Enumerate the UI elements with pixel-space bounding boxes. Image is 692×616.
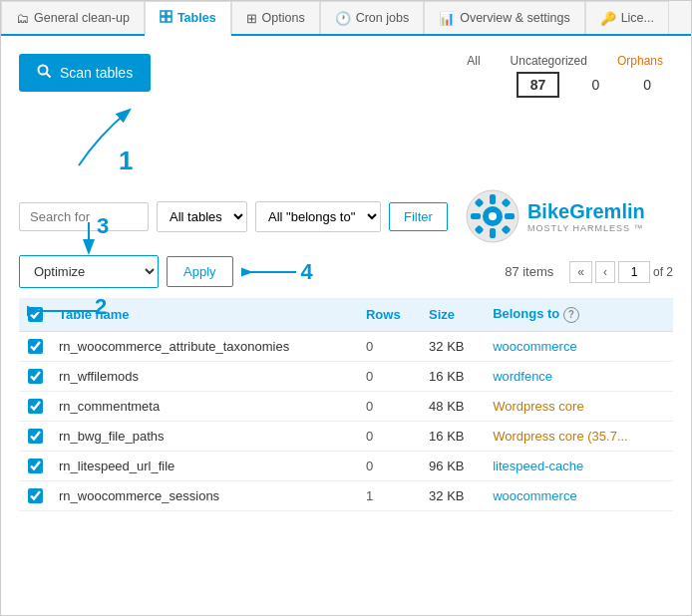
table-row: rn_woocommerce_sessions 1 32 KB woocomme… [19,480,673,510]
row-rows: 0 [358,361,421,391]
top-row: Scan tables 1 All Unca [19,54,673,175]
svg-rect-1 [167,11,172,16]
row-belongs-to: wordfence [485,361,673,391]
row-size: 16 KB [421,361,485,391]
table-row: rn_woocommerce_attribute_taxonomies 0 32… [19,331,673,361]
row-table-name: rn_woocommerce_attribute_taxonomies [51,331,358,361]
row-checkbox[interactable] [28,369,43,384]
tab-tables[interactable]: Tables [145,1,231,36]
items-count: 87 items [505,264,553,279]
row-table-name: rn_commentmeta [51,391,358,421]
row-rows: 0 [358,451,421,480]
optimize-select[interactable]: Optimize [19,255,159,288]
svg-rect-2 [161,17,166,22]
row-table-name: rn_bwg_file_paths [51,421,358,451]
search-icon [37,64,52,82]
svg-rect-3 [167,17,172,22]
filter-button[interactable]: Filter [389,202,448,231]
tab-bar: 🗂 General clean-up Tables ⊞ Options 🕐 Cr… [1,1,691,36]
arrow-4-svg [241,260,301,284]
svg-rect-0 [161,11,166,16]
row-checkbox-cell [19,421,51,451]
stats-box: All Uncategorized Orphans 87 0 0 [467,54,673,98]
cron-icon: 🕐 [335,11,351,26]
annotation-3-container: 3 Optimize [19,255,159,288]
license-icon: 🔑 [600,11,616,26]
svg-point-4 [39,66,48,75]
table-row: rn_bwg_file_paths 0 16 KB Wordpress core… [19,421,673,451]
options-icon: ⊞ [246,11,257,26]
row-belongs-to: woocommerce [485,331,673,361]
annotation-number-1: 1 [119,146,133,176]
row-belongs-to: litespeed-cache [485,451,673,480]
row-size: 48 KB [421,391,485,421]
table-row: rn_commentmeta 0 48 KB Wordpress core [19,391,673,421]
row-size: 16 KB [421,421,485,451]
tables-table: Table name Rows Size Belongs to ? rn_woo… [19,298,673,511]
row-table-name: rn_woocommerce_sessions [51,480,358,510]
annotation-number-2: 2 [95,294,107,320]
row-rows: 0 [358,331,421,361]
page-number-input[interactable] [618,261,650,283]
belongs-to-filter-select[interactable]: All "belongs to" [255,201,381,232]
annotation-number-4: 4 [301,259,313,285]
general-cleanup-icon: 🗂 [16,11,29,26]
belongs-to-info-icon[interactable]: ? [563,307,579,323]
action-row: 3 Optimize Apply 4 87 items « ‹ [19,255,673,288]
row-table-name: rn_litespeed_url_file [51,451,358,480]
tables-filter-select[interactable]: All tables [157,201,247,232]
bikegremlin-logo-icon [466,189,519,243]
scan-tables-button[interactable]: Scan tables [19,54,151,92]
row-table-name: rn_wffilemods [51,361,358,391]
tab-options[interactable]: ⊞ Options [231,1,320,34]
svg-line-5 [47,74,51,78]
row-belongs-to: Wordpress core (35.7... [485,421,673,451]
header-rows: Rows [358,298,421,331]
row-size: 32 KB [421,480,485,510]
tables-icon [160,10,173,26]
svg-point-8 [489,212,497,220]
row-checkbox[interactable] [28,459,43,473]
search-row: All tables All "belongs to" Filter [19,189,673,243]
row-checkbox[interactable] [28,339,43,354]
stats-labels: All Uncategorized Orphans [467,54,663,68]
header-belongs-to: Belongs to ? [485,298,673,331]
row-checkbox-cell [19,331,51,361]
row-belongs-to: woocommerce [485,480,673,510]
header-size: Size [421,298,485,331]
first-page-button[interactable]: « [569,261,592,283]
svg-rect-12 [505,213,515,219]
row-size: 96 KB [421,451,485,480]
tab-overview-settings[interactable]: 📊 Overview & settings [424,1,584,34]
table-row: rn_wffilemods 0 16 KB wordfence [19,361,673,391]
annotation-1-area: 1 [19,96,178,175]
tab-cron-jobs[interactable]: 🕐 Cron jobs [320,1,425,34]
pagination: « ‹ of 2 [569,261,673,283]
row-checkbox[interactable] [28,399,43,414]
stats-values: 87 0 0 [517,72,663,98]
row-belongs-to: Wordpress core [485,391,673,421]
logo-area: BikeGremlin MOSTLY HARMLESS ™ [466,189,645,243]
svg-rect-9 [490,194,496,204]
annotation-number-3: 3 [97,213,109,239]
svg-rect-10 [490,228,496,238]
table-header-row: Table name Rows Size Belongs to ? [19,298,673,331]
row-size: 32 KB [421,331,485,361]
table-row: rn_litespeed_url_file 0 96 KB litespeed-… [19,451,673,480]
row-checkbox[interactable] [28,429,43,444]
row-rows: 1 [358,480,421,510]
tab-general-cleanup[interactable]: 🗂 General clean-up [1,1,145,34]
overview-icon: 📊 [439,11,455,26]
annotation-2-container: 2 [27,296,107,329]
svg-rect-11 [471,213,481,219]
annotation-4-container: 4 [241,259,313,285]
row-checkbox-cell [19,361,51,391]
tab-license[interactable]: 🔑 Lice... [585,1,669,34]
logo-text: BikeGremlin MOSTLY HARMLESS ™ [527,200,645,233]
row-checkbox[interactable] [28,488,43,503]
apply-button[interactable]: Apply [167,256,233,287]
row-checkbox-cell [19,451,51,480]
row-checkbox-cell [19,391,51,421]
row-rows: 0 [358,391,421,421]
prev-page-button[interactable]: ‹ [595,261,615,283]
